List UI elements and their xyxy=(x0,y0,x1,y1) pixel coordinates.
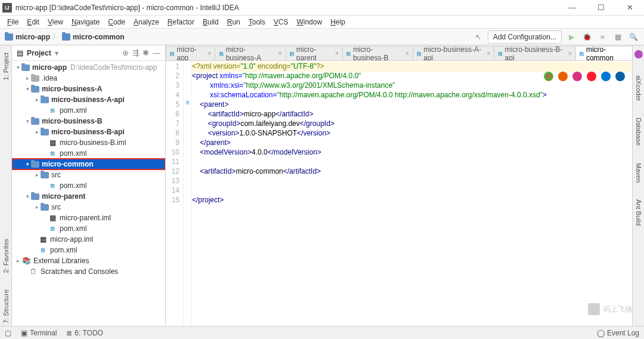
editor-tabs: mmicro-app×mmicro-business-A×mmicro-pare… xyxy=(166,45,632,61)
menu-build[interactable]: Build xyxy=(199,17,222,27)
breadcrumb-root[interactable]: micro-app xyxy=(5,33,50,41)
menu-file[interactable]: File xyxy=(4,17,22,27)
tree-item[interactable]: ▸micro-business-A-api xyxy=(12,94,165,105)
close-tab-icon[interactable]: × xyxy=(278,50,282,57)
tree-scratches[interactable]: 🗒Scratches and Consoles xyxy=(12,266,165,277)
editor-tab[interactable]: mmicro-business-B× xyxy=(342,46,413,60)
breadcrumb-sep: 〉 xyxy=(52,32,60,42)
tree-item[interactable]: mpom.xml xyxy=(12,223,165,234)
tree-item[interactable]: ▦micro-parent.iml xyxy=(12,212,165,223)
scroll-from-source-icon[interactable]: ⊕ xyxy=(122,48,129,57)
tree-item[interactable]: ▸.idea xyxy=(12,73,165,84)
editor-tab[interactable]: mmicro-app× xyxy=(166,46,215,60)
tree-item[interactable]: mpom.xml xyxy=(12,245,165,255)
tree-item[interactable]: mpom.xml xyxy=(12,180,165,191)
firefox-icon[interactable] xyxy=(558,72,568,81)
tree-item[interactable]: ▾micro-business-A xyxy=(12,84,165,94)
close-tab-icon[interactable]: × xyxy=(335,50,339,57)
tree-root[interactable]: ▾micro-appD:\ideaCodeTest\micro-app xyxy=(12,62,165,73)
editor-tab[interactable]: mmicro-business-A× xyxy=(215,46,286,60)
search-icon[interactable]: ↖ xyxy=(472,31,484,43)
tool-tab-structure[interactable]: 7: Structure xyxy=(1,287,11,326)
search-everywhere-icon[interactable]: 🔍 xyxy=(627,31,639,43)
close-button[interactable]: ✕ xyxy=(618,3,642,12)
tool-tab-favorites[interactable]: 2: Favorites xyxy=(1,236,11,275)
window-title: micro-app [D:\ideaCodeTest\micro-app] - … xyxy=(16,4,561,12)
menu-edit[interactable]: Edit xyxy=(23,17,43,27)
project-tree[interactable]: ▾micro-appD:\ideaCodeTest\micro-app ▸.id… xyxy=(12,61,165,326)
right-gutter: aiXcoder Database Maven Ant Build xyxy=(632,45,644,326)
menu-tools[interactable]: Tools xyxy=(245,17,269,27)
chrome-icon[interactable] xyxy=(544,72,553,81)
iml-icon: ▦ xyxy=(48,214,57,222)
ie-icon[interactable] xyxy=(601,72,611,81)
tree-item[interactable]: ▸src xyxy=(12,170,165,180)
status-hide-icon[interactable]: ▢ xyxy=(5,329,11,337)
tool-tab-database[interactable]: Database xyxy=(634,115,643,148)
maven-icon: m xyxy=(48,106,57,115)
layout-icon[interactable]: ▦ xyxy=(612,31,624,43)
menu-refactor[interactable]: Refactor xyxy=(164,17,198,27)
hide-icon[interactable]: — xyxy=(153,48,160,57)
iml-icon: ▦ xyxy=(48,138,57,147)
tree-external-libs[interactable]: ▸📚External Libraries xyxy=(12,255,165,266)
menu-help[interactable]: Help xyxy=(327,17,349,27)
code-editor[interactable]: 123456789101112131415 m <?xml version="1… xyxy=(166,61,632,326)
close-tab-icon[interactable]: × xyxy=(487,50,491,57)
minimize-button[interactable]: — xyxy=(561,3,584,12)
menu-vcs[interactable]: VCS xyxy=(270,17,292,27)
tool-tab-project[interactable]: 1: Project xyxy=(1,50,11,82)
settings-icon[interactable]: ✱ xyxy=(143,48,149,57)
menu-analyze[interactable]: Analyze xyxy=(130,17,163,27)
debug-icon[interactable]: 🐞 xyxy=(581,31,593,43)
terminal-tab[interactable]: ▣ Terminal xyxy=(21,329,57,337)
collapse-all-icon[interactable]: ⇶ xyxy=(132,48,139,57)
todo-tab[interactable]: ≣ 6: TODO xyxy=(66,329,103,337)
aixcoder-icon[interactable] xyxy=(634,50,643,58)
menu-run[interactable]: Run xyxy=(224,17,244,27)
tool-tab-aixcoder[interactable]: aiXcoder xyxy=(634,73,643,103)
safari-icon[interactable] xyxy=(572,72,582,81)
opera-icon[interactable] xyxy=(587,72,596,81)
tree-item[interactable]: mpom.xml xyxy=(12,105,165,116)
folder-icon xyxy=(41,172,49,178)
maven-icon: m xyxy=(417,50,421,58)
close-tab-icon[interactable]: × xyxy=(208,50,212,57)
menu-navigate[interactable]: Navigate xyxy=(68,17,103,27)
stop-icon[interactable]: ■ xyxy=(596,31,608,43)
breadcrumb-current[interactable]: micro-common xyxy=(62,33,125,41)
project-dropdown-icon[interactable]: ▤ xyxy=(17,49,23,57)
tree-item[interactable]: ▦micro-business-B.iml xyxy=(12,137,165,148)
tree-item[interactable]: ▸src xyxy=(12,202,165,212)
close-tab-icon[interactable]: × xyxy=(405,50,409,57)
menubar: FileEditViewNavigateCodeAnalyzeRefactorB… xyxy=(0,16,644,29)
tool-tab-maven[interactable]: Maven xyxy=(634,161,643,185)
editor-tab[interactable]: mmicro-parent× xyxy=(286,46,343,60)
tree-item-selected[interactable]: ▾micro-common xyxy=(12,159,165,170)
tree-item[interactable]: ▾micro-business-B xyxy=(12,116,165,127)
menu-code[interactable]: Code xyxy=(104,17,129,27)
line-number-gutter: 123456789101112131415 xyxy=(166,61,184,326)
add-configuration-button[interactable]: Add Configuration... xyxy=(488,30,562,44)
marker-gutter: m xyxy=(184,61,192,326)
maven-icon: m xyxy=(219,50,223,58)
iml-icon: ▦ xyxy=(38,235,48,244)
tree-item[interactable]: ▾micro-parent xyxy=(12,191,165,202)
run-icon[interactable]: ▶ xyxy=(565,31,577,43)
tree-item[interactable]: ▸micro-business-B-api xyxy=(12,127,165,137)
edge-icon[interactable] xyxy=(615,72,625,81)
tree-item[interactable]: mpom.xml xyxy=(12,148,165,159)
editor-tab[interactable]: mmicro-common xyxy=(575,46,632,60)
panel-title[interactable]: Project xyxy=(27,49,51,57)
maximize-button[interactable]: ☐ xyxy=(589,3,613,12)
tool-tab-antbuild[interactable]: Ant Build xyxy=(634,197,643,228)
code-content[interactable]: <?xml version="1.0" encoding="UTF-8"?><p… xyxy=(192,61,632,326)
menu-view[interactable]: View xyxy=(44,17,67,27)
event-log[interactable]: ◯ Event Log xyxy=(597,329,639,337)
app-icon: IJ xyxy=(2,3,12,13)
menu-window[interactable]: Window xyxy=(293,17,326,27)
close-tab-icon[interactable]: × xyxy=(568,50,572,57)
tree-item[interactable]: ▦micro-app.iml xyxy=(12,234,165,245)
editor-tab[interactable]: mmicro-business-B-api× xyxy=(494,46,575,60)
editor-tab[interactable]: mmicro-business-A-api× xyxy=(413,46,494,60)
